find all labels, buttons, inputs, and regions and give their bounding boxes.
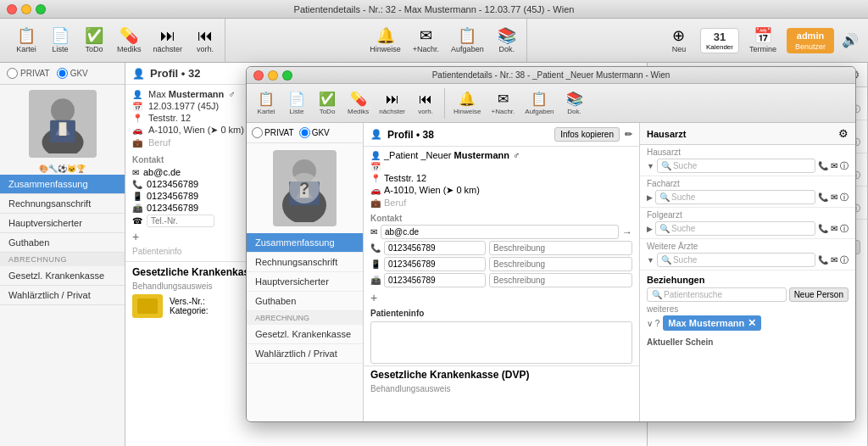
ov-mail-fo[interactable]: ✉ — [831, 224, 837, 233]
kalender-button[interactable]: 31 Kalender — [700, 28, 739, 53]
ov-dob-icon: 📅 — [370, 162, 381, 171]
ov-tag-close-button[interactable]: ✕ — [748, 317, 756, 329]
nav-hauptversicherter[interactable]: Hauptversicherter — [0, 214, 125, 233]
hinweise-button[interactable]: 🔔 Hinweise — [364, 25, 406, 56]
minimize-button[interactable] — [21, 4, 31, 14]
liste-button[interactable]: 📄 Liste — [44, 25, 76, 56]
maximize-button[interactable] — [36, 4, 46, 14]
ov-mail-f[interactable]: ✉ — [831, 192, 837, 202]
nav-zusammenfassung[interactable]: Zusammenfassung — [0, 175, 125, 194]
gkv-radio[interactable]: GKV — [57, 68, 88, 79]
mediks-button[interactable]: 💊 Mediks — [112, 25, 147, 56]
nav-rechnungsanschrift[interactable]: Rechnungsanschrift — [0, 194, 125, 214]
ov-hausarzt-expand[interactable]: ▼ — [647, 162, 654, 170]
ov-call-f[interactable]: 📞 — [818, 192, 828, 202]
speaker-button[interactable]: 🔊 — [839, 30, 861, 51]
ov-phone2-desc[interactable] — [489, 257, 632, 271]
ov-nachricht-button[interactable]: ✉ +Nachr. — [487, 89, 520, 117]
patient1-profile-title: Profil • 32 — [150, 67, 201, 80]
nav-gesetzl[interactable]: Gesetzl. Krankenkasse — [0, 266, 125, 286]
ov-aufgaben-button[interactable]: 📋 Aufgaben — [520, 89, 558, 117]
nav-guthaben[interactable]: Guthaben — [0, 233, 125, 253]
ov-location-icon: 📍 — [370, 174, 381, 183]
ov-folgearzt-search-box[interactable]: 🔍 Suche — [655, 221, 815, 236]
ov-mediks-button[interactable]: 💊 Mediks — [343, 89, 373, 117]
ov-nav-rechnungsanschrift[interactable]: Rechnungsanschrift — [247, 253, 363, 272]
ov-naechster-button[interactable]: ⏭ nächster — [375, 90, 409, 117]
ov-facharzt-expand[interactable]: ▶ — [647, 193, 653, 202]
ov-privat-radio[interactable]: PRIVAT — [252, 127, 294, 138]
ov-nav-zusammenfassung[interactable]: Zusammenfassung — [247, 233, 363, 253]
kartei-button[interactable]: 📋 Kartei — [10, 25, 42, 56]
ov-info-h[interactable]: ⓘ — [840, 160, 849, 172]
ov-hinweise-icon: 🔔 — [459, 91, 476, 107]
ov-vorher-button[interactable]: ⏮ vorh. — [411, 90, 440, 117]
ov-nav-wahlaeztlich[interactable]: Wahlärztlich / Privat — [247, 344, 363, 364]
overlay-max-btn[interactable] — [282, 70, 292, 81]
ov-infos-kopieren-button[interactable]: Infos kopieren — [554, 127, 620, 142]
ov-info-w[interactable]: ⓘ — [840, 254, 849, 266]
vorher-button[interactable]: ⏮ vorh. — [189, 25, 221, 56]
ov-weiteres-expand[interactable]: ∨ ? — [647, 319, 659, 328]
ov-liste-button[interactable]: 📄 Liste — [282, 89, 311, 117]
neu-button[interactable]: ⊕ Neu — [663, 25, 695, 56]
ov-nav-guthaben[interactable]: Guthaben — [247, 292, 363, 311]
ov-email-arrow[interactable]: → — [622, 226, 632, 238]
ov-nav-hauptversicherter[interactable]: Hauptversicherter — [247, 272, 363, 292]
window-controls[interactable] — [7, 4, 46, 14]
nachricht-button[interactable]: ✉ +Nachr. — [408, 25, 444, 56]
ov-radio-group: PRIVAT GKV — [247, 123, 363, 143]
privat-radio[interactable]: PRIVAT — [7, 68, 50, 79]
ov-gkv-radio[interactable]: GKV — [299, 127, 330, 138]
ov-kartei-button[interactable]: 📋 Kartei — [252, 89, 281, 117]
ov-mail-h[interactable]: ✉ — [831, 161, 837, 170]
ov-call-fo[interactable]: 📞 — [818, 224, 828, 233]
tel-nr-input[interactable] — [147, 215, 214, 227]
ov-add-contact-button[interactable]: + — [364, 288, 639, 307]
ov-avatar: ? — [273, 150, 337, 226]
ov-hausarzt-search-box[interactable]: 🔍 Suche — [657, 159, 815, 173]
ov-todo-button[interactable]: ✅ ToDo — [313, 89, 342, 117]
ov-weitere-expand[interactable]: ▼ — [647, 256, 654, 265]
phone-icon1: 📞 — [132, 180, 142, 189]
ov-hinweise-button[interactable]: 🔔 Hinweise — [449, 89, 485, 117]
nav-wahlaeztlich[interactable]: Wahlärztlich / Privat — [0, 286, 125, 305]
ov-email-input[interactable] — [381, 225, 619, 239]
close-button[interactable] — [7, 4, 17, 14]
ov-gear-icon[interactable]: ⚙ — [838, 127, 849, 140]
ov-call-w[interactable]: 📞 — [818, 255, 828, 265]
ov-address-row: 📍 Teststr. 12 — [370, 172, 632, 184]
ov-liste-label: Liste — [290, 108, 304, 115]
ov-info-fo[interactable]: ⓘ — [840, 223, 849, 235]
todo-button[interactable]: ✅ ToDo — [78, 25, 110, 56]
naechster-button[interactable]: ⏭ nächster — [148, 25, 188, 56]
ov-folgearzt-expand[interactable]: ▶ — [647, 225, 653, 233]
ov-todo-label: ToDo — [320, 108, 336, 115]
ov-patienteninfo-box[interactable] — [370, 321, 632, 364]
termine-button[interactable]: 📅 Termine — [744, 25, 782, 56]
ov-phone3-desc[interactable] — [489, 273, 632, 287]
ov-patientensuche[interactable]: 🔍 Patientensuche — [647, 287, 787, 302]
aufgaben-button[interactable]: 📋 Aufgaben — [446, 25, 489, 56]
overlay-min-btn[interactable] — [268, 70, 278, 81]
ov-phone3-input[interactable] — [384, 273, 486, 287]
ov-weitere-search-box[interactable]: 🔍 Suche — [657, 253, 815, 267]
ov-nav-gesetzl[interactable]: Gesetzl. Krankenkasse — [247, 325, 363, 344]
ov-neue-person-button[interactable]: Neue Person — [789, 287, 849, 302]
ov-info-f[interactable]: ⓘ — [840, 192, 849, 203]
ov-dok-button[interactable]: 📚 Dok. — [560, 89, 589, 117]
ov-call-h[interactable]: 📞 — [818, 161, 828, 170]
overlay-close-btn[interactable] — [253, 70, 264, 81]
admin-button[interactable]: admin Benutzer — [787, 28, 834, 53]
ov-phone1-desc[interactable] — [489, 241, 632, 255]
ov-phone2-input[interactable] — [384, 257, 486, 271]
patient1-address: Teststr. 12 — [148, 113, 191, 123]
ov-phone1-input[interactable] — [384, 241, 486, 255]
hinweise-icon: 🔔 — [376, 28, 395, 43]
ov-facharzt-search-box[interactable]: 🔍 Suche — [655, 190, 815, 204]
dok-button[interactable]: 📚 Dok. — [491, 25, 523, 56]
ov-edit-icon[interactable]: ✏ — [625, 129, 632, 140]
ov-mail-w[interactable]: ✉ — [831, 255, 837, 265]
ov-center-panel: 👤 Profil • 38 Infos kopieren ✏ 👤 _Patien… — [364, 123, 639, 421]
ov-nachricht-label: +Nachr. — [492, 108, 515, 115]
